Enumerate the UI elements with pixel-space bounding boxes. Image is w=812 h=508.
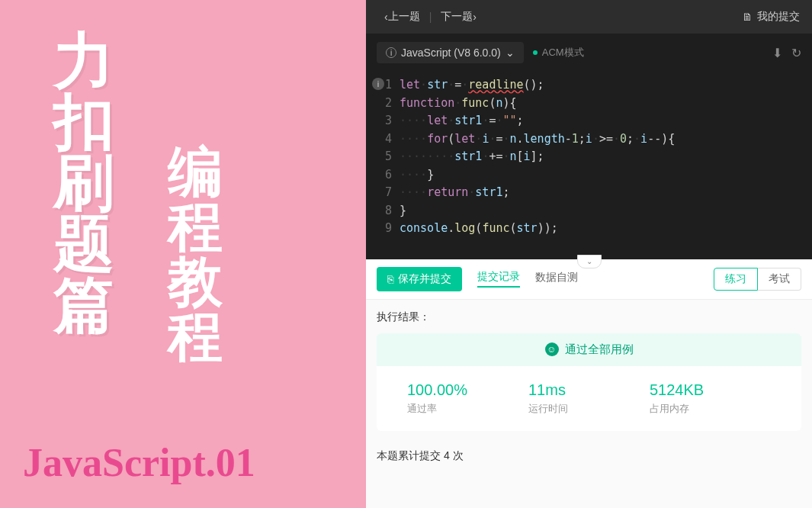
status-dot-icon [533,50,538,55]
mode-practice-button[interactable]: 练习 [714,268,758,291]
next-question-button[interactable]: 下一题 › [435,10,483,24]
smile-icon: ☺ [545,342,559,356]
save-submit-button[interactable]: ⎘ 保存并提交 [377,267,462,291]
top-navigation-bar: ‹ 上一题 | 下一题 › 🗎 我的提交 [366,0,812,34]
ide-panel: ‹ 上一题 | 下一题 › 🗎 我的提交 i JavaScript (V8 6.… [366,0,812,508]
bottom-title: JavaScript.01 [23,440,255,485]
left-decorative-panel: 力 扣 刷 题 篇 编 程 教 程 JavaScript.01 [0,0,366,508]
submission-summary: 本题累计提交 4 次 [377,449,801,463]
prev-question-button[interactable]: ‹ 上一题 [378,10,426,24]
stats-row: 100.00% 通过率 11ms 运行时间 5124KB 占用内存 [377,366,801,431]
tab-submission-records[interactable]: 提交记录 [477,270,520,288]
editor-toolbar: i JavaScript (V8 6.0.0) ⌄ ACM模式 ⬇ ↻ [366,34,812,72]
refresh-icon[interactable]: ↻ [791,46,801,60]
chevron-right-icon: › [473,11,477,23]
acm-mode-indicator: ACM模式 [533,46,584,59]
title-vertical-1: 力 扣 刷 题 篇 [53,31,114,336]
code-editor[interactable]: i 123456789 let·str·=·readline(); functi… [366,72,812,259]
stat-memory: 5124KB 占用内存 [650,381,771,416]
line-gutter: 123456789 [366,72,400,259]
title-vertical-2: 编 程 教 程 [168,145,223,365]
separator: | [429,11,432,23]
upload-icon: ⎘ [387,273,393,285]
stat-pass-rate: 100.00% 通过率 [407,381,528,416]
result-box: ☺ 通过全部用例 100.00% 通过率 11ms 运行时间 5124KB 占用… [377,333,801,431]
collapse-button[interactable]: ⌄ [577,255,602,268]
download-icon[interactable]: ⬇ [772,46,782,60]
result-title: 执行结果： [377,310,801,324]
my-submissions-link[interactable]: 🗎 我的提交 [742,10,800,24]
language-selector[interactable]: i JavaScript (V8 6.0.0) ⌄ [377,42,524,63]
result-section: 执行结果： ☺ 通过全部用例 100.00% 通过率 11ms 运行时间 512… [366,300,812,509]
chevron-down-icon: ⌄ [586,257,592,265]
document-icon: 🗎 [742,11,753,23]
pass-banner: ☺ 通过全部用例 [377,333,801,366]
editor-info-icon[interactable]: i [372,78,384,90]
stat-runtime: 11ms 运行时间 [528,381,650,416]
code-content[interactable]: let·str·=·readline(); function·func(n){ … [400,72,812,259]
info-icon: i [386,47,396,58]
chevron-down-icon: ⌄ [505,47,515,59]
mode-exam-button[interactable]: 考试 [758,268,801,291]
tab-data-test[interactable]: 数据自测 [535,271,578,287]
